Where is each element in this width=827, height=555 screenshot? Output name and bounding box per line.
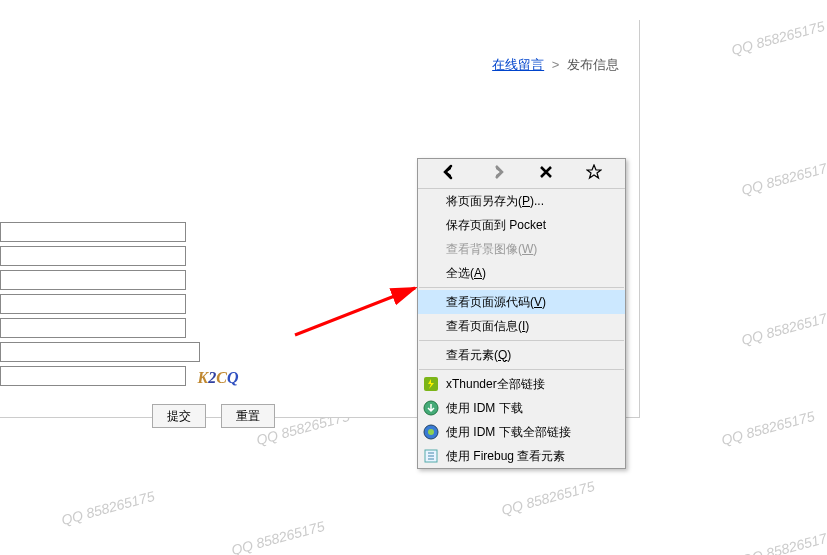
xthunder-icon [423, 376, 439, 392]
context-menu: 将页面另存为(P)...保存页面到 Pocket查看背景图像(W)全选(A)查看… [417, 158, 626, 469]
idm-all-icon [423, 424, 439, 440]
input-1[interactable] [0, 222, 186, 242]
breadcrumb-current: 发布信息 [567, 57, 619, 72]
context-item[interactable]: 使用 IDM 下载 [418, 396, 625, 420]
submit-button[interactable]: 提交 [152, 404, 206, 428]
context-item-label: 全选(A) [446, 265, 486, 282]
context-item[interactable]: 查看页面源代码(V) [418, 290, 625, 314]
input-6[interactable] [0, 342, 200, 362]
context-item-label: 查看元素(Q) [446, 347, 511, 364]
input-5[interactable] [0, 318, 186, 338]
input-4[interactable] [0, 294, 186, 314]
watermark: QQ 858265175 [730, 18, 827, 58]
context-separator [419, 287, 624, 288]
context-item-label: 使用 IDM 下载 [446, 400, 523, 417]
context-nav [418, 159, 625, 189]
context-item[interactable]: 保存页面到 Pocket [418, 213, 625, 237]
context-item-label: 查看页面信息(I) [446, 318, 529, 335]
watermark: QQ 858265175 [740, 158, 827, 198]
context-item[interactable]: xThunder全部链接 [418, 372, 625, 396]
reset-button[interactable]: 重置 [221, 404, 275, 428]
context-item-label: 使用 IDM 下载全部链接 [446, 424, 571, 441]
input-3[interactable] [0, 270, 186, 290]
breadcrumb: 在线留言 > 发布信息 [492, 56, 619, 74]
context-item: 查看背景图像(W) [418, 237, 625, 261]
watermark: QQ 858265175 [720, 408, 817, 448]
captcha-image[interactable]: K2CQ [188, 366, 248, 390]
context-item-label: 查看背景图像(W) [446, 241, 537, 258]
context-item[interactable]: 使用 IDM 下载全部链接 [418, 420, 625, 444]
context-item-label: xThunder全部链接 [446, 376, 545, 393]
context-item[interactable]: 查看页面信息(I) [418, 314, 625, 338]
nav-star-icon[interactable] [586, 164, 602, 184]
context-item[interactable]: 将页面另存为(P)... [418, 189, 625, 213]
context-item[interactable]: 查看元素(Q) [418, 343, 625, 367]
watermark: QQ 858265175 [230, 518, 327, 555]
captcha-input[interactable] [0, 366, 186, 386]
input-2[interactable] [0, 246, 186, 266]
nav-forward-icon[interactable] [490, 164, 506, 184]
firebug-icon [423, 448, 439, 464]
context-item-label: 将页面另存为(P)... [446, 193, 544, 210]
nav-close-icon[interactable] [539, 165, 553, 183]
context-item[interactable]: 使用 Firebug 查看元素 [418, 444, 625, 468]
context-item[interactable]: 全选(A) [418, 261, 625, 285]
context-separator [419, 369, 624, 370]
breadcrumb-sep: > [552, 57, 560, 72]
context-separator [419, 340, 624, 341]
form-area: K2CQ 提交 重置 [0, 222, 287, 428]
watermark: QQ 858265175 [740, 528, 827, 555]
nav-back-icon[interactable] [441, 164, 457, 184]
context-item-label: 使用 Firebug 查看元素 [446, 448, 565, 465]
svg-point-4 [428, 429, 434, 435]
watermark: QQ 858265175 [500, 478, 597, 518]
idm-icon [423, 400, 439, 416]
context-item-label: 保存页面到 Pocket [446, 217, 546, 234]
context-item-label: 查看页面源代码(V) [446, 294, 546, 311]
watermark: QQ 858265175 [60, 488, 157, 528]
watermark: QQ 858265175 [740, 308, 827, 348]
breadcrumb-link[interactable]: 在线留言 [492, 57, 544, 72]
